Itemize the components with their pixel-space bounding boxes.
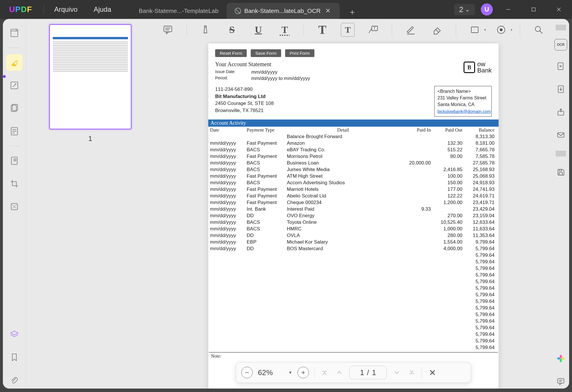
cell-paid-out[interactable] <box>433 331 464 338</box>
cell-paid-in[interactable] <box>401 265 433 272</box>
first-page-button[interactable] <box>320 368 329 377</box>
cell-date[interactable]: mm/dd/yyyy <box>208 160 245 166</box>
cell-payment-type[interactable]: Fast Payment <box>245 140 285 147</box>
cell-paid-out[interactable] <box>433 206 464 213</box>
cell-date[interactable] <box>208 252 245 259</box>
cell-date[interactable]: mm/dd/yyyy <box>208 186 245 193</box>
cell-payment-type[interactable]: DD <box>245 213 285 219</box>
cell-paid-out[interactable] <box>433 279 464 285</box>
cell-balance[interactable]: 7,665.78 <box>464 147 499 153</box>
cell-date[interactable] <box>208 311 245 318</box>
cell-paid-in[interactable] <box>401 213 433 219</box>
cell-paid-out[interactable]: 80.00 <box>433 153 464 160</box>
cell-balance[interactable]: 5,799.64 <box>464 272 499 279</box>
cell-paid-out[interactable] <box>433 311 464 318</box>
cell-paid-in[interactable] <box>401 147 433 153</box>
cell-paid-out[interactable] <box>433 252 464 259</box>
cell-balance[interactable]: 12,633.64 <box>464 219 499 226</box>
cell-paid-in[interactable] <box>401 153 433 160</box>
cell-detail[interactable]: Abelio Scotrail Ltd <box>285 193 401 199</box>
cell-detail[interactable] <box>285 292 401 298</box>
cell-date[interactable] <box>208 331 245 338</box>
save-form-button[interactable]: Save Form <box>251 49 281 57</box>
cell-paid-out[interactable]: 1,554.00 <box>433 239 464 246</box>
cell-balance[interactable]: 5,799.64 <box>464 318 499 325</box>
cell-payment-type[interactable] <box>245 305 285 311</box>
cell-date[interactable] <box>208 298 245 305</box>
zoom-level-dropdown[interactable]: 62% ▼ <box>258 368 292 377</box>
cell-balance[interactable]: 25,168.93 <box>464 166 499 173</box>
cell-payment-type[interactable]: BACS <box>245 219 285 226</box>
cell-detail[interactable] <box>285 311 401 318</box>
cell-payment-type[interactable] <box>245 338 285 344</box>
cell-paid-in[interactable] <box>401 292 433 298</box>
cell-paid-out[interactable] <box>433 134 464 140</box>
cell-detail[interactable]: Business Loan <box>285 160 401 166</box>
cell-balance[interactable]: 5,799.64 <box>464 305 499 311</box>
cell-balance[interactable]: 23,429.04 <box>464 206 499 213</box>
callout-tool[interactable]: T <box>365 22 381 38</box>
cell-balance[interactable]: 5,799.64 <box>464 252 499 259</box>
cell-detail[interactable] <box>285 279 401 285</box>
page-canvas[interactable]: Reset Form Save Form Print Form Your Acc… <box>154 41 552 389</box>
cell-paid-in[interactable]: 9.33 <box>401 206 433 213</box>
cell-paid-out[interactable]: 1,200.00 <box>433 199 464 206</box>
cell-paid-out[interactable]: 2,416.85 <box>433 166 464 173</box>
menu-file[interactable]: Arquivo <box>46 0 85 19</box>
redact-tool[interactable] <box>6 198 23 215</box>
cell-paid-in[interactable] <box>401 305 433 311</box>
cell-date[interactable]: mm/dd/yyyy <box>208 199 245 206</box>
cell-date[interactable] <box>208 292 245 298</box>
cell-date[interactable] <box>208 272 245 279</box>
cell-payment-type[interactable]: BACS <box>245 160 285 166</box>
cell-date[interactable] <box>208 279 245 285</box>
open-tabs-dropdown[interactable]: 2 ⌄ <box>454 4 475 15</box>
cell-payment-type[interactable] <box>245 311 285 318</box>
tab-document-2[interactable]: Bank-Statem...lateLab_OCR ✕ <box>227 3 340 19</box>
cell-paid-in[interactable] <box>401 318 433 325</box>
cell-balance[interactable]: 8,181.00 <box>464 140 499 147</box>
cell-paid-out[interactable] <box>433 265 464 272</box>
cell-balance[interactable]: 5,799.64 <box>464 265 499 272</box>
cell-payment-type[interactable] <box>245 298 285 305</box>
cell-date[interactable] <box>208 134 245 140</box>
forms-tool[interactable] <box>6 123 23 140</box>
cell-detail[interactable] <box>285 344 401 351</box>
strikethrough-tool[interactable]: S <box>224 22 240 38</box>
pencil-tool[interactable] <box>403 22 419 38</box>
text-tool[interactable]: T <box>314 22 330 38</box>
cell-balance[interactable]: 5,799.64 <box>464 331 499 338</box>
cell-paid-in[interactable] <box>401 226 433 232</box>
cell-paid-in[interactable] <box>401 180 433 186</box>
branch-email-link[interactable]: bickslowbank@domain.com <box>437 109 491 114</box>
cell-payment-type[interactable]: Fast Payment <box>245 153 285 160</box>
cell-paid-in[interactable] <box>401 246 433 252</box>
crop-tool[interactable] <box>6 175 23 192</box>
cell-date[interactable] <box>208 305 245 311</box>
organize-pages-tool[interactable] <box>6 100 23 117</box>
cell-date[interactable] <box>208 265 245 272</box>
cell-payment-type[interactable]: Fast Payment <box>245 186 285 193</box>
cell-date[interactable] <box>208 285 245 292</box>
cell-balance[interactable]: 5,799.64 <box>464 279 499 285</box>
cell-paid-in[interactable] <box>401 272 433 279</box>
cell-detail[interactable]: Accorn Advertising Studios <box>285 180 401 186</box>
bookmarks-panel[interactable] <box>6 349 23 366</box>
cell-payment-type[interactable]: DD <box>245 246 285 252</box>
app-logo[interactable]: U P D F <box>0 0 41 19</box>
cell-paid-in[interactable]: 20,000.00 <box>401 160 433 166</box>
layers-panel[interactable] <box>6 326 23 343</box>
cell-balance[interactable]: 23,159.04 <box>464 213 499 219</box>
cell-detail[interactable] <box>285 305 401 311</box>
cell-payment-type[interactable]: Fast Payment <box>245 199 285 206</box>
export-button[interactable] <box>554 82 568 96</box>
cell-balance[interactable]: 5,799.64 <box>464 285 499 292</box>
cell-paid-in[interactable] <box>401 199 433 206</box>
cell-detail[interactable] <box>285 259 401 265</box>
cell-paid-out[interactable] <box>433 160 464 166</box>
cell-detail[interactable] <box>285 265 401 272</box>
cell-paid-in[interactable] <box>401 173 433 180</box>
cell-balance[interactable]: 24,918.93 <box>464 180 499 186</box>
cell-detail[interactable]: Cheque 000234 <box>285 199 401 206</box>
cell-paid-in[interactable] <box>401 279 433 285</box>
